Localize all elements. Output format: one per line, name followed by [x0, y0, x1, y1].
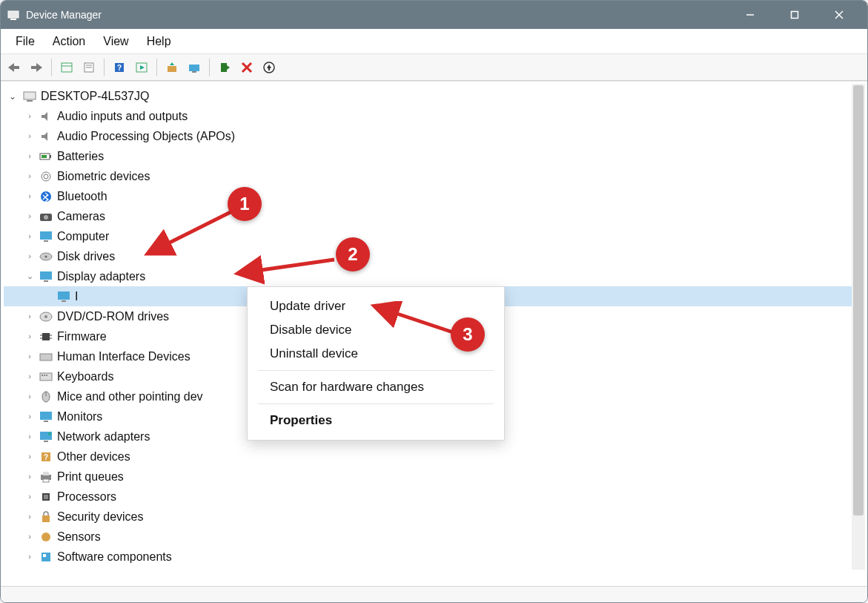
chevron-right-icon[interactable]: ›: [21, 392, 38, 401]
chevron-right-icon[interactable]: ›: [21, 232, 38, 240]
battery-icon: [38, 150, 54, 163]
tree-item[interactable]: ›Biometric devices: [4, 166, 864, 186]
chevron-right-icon[interactable]: ›: [21, 452, 38, 461]
tree-item[interactable]: ›Bluetooth: [4, 186, 864, 206]
window-title: Device Manager: [26, 9, 102, 21]
chevron-down-icon[interactable]: ⌄: [4, 92, 21, 101]
svg-rect-59: [42, 375, 43, 376]
chevron-right-icon[interactable]: ›: [21, 492, 38, 501]
tree-item[interactable]: ›?Other devices: [4, 447, 864, 467]
status-bar: [1, 586, 867, 602]
svg-point-37: [42, 172, 50, 181]
svg-rect-72: [43, 472, 49, 475]
menu-file[interactable]: File: [7, 32, 44, 51]
chevron-right-icon[interactable]: ›: [21, 312, 38, 320]
software-icon: [38, 550, 54, 564]
svg-rect-67: [44, 441, 48, 442]
show-hidden-button[interactable]: [56, 57, 77, 78]
maximize-button[interactable]: [772, 1, 817, 29]
svg-text:?: ?: [44, 453, 48, 461]
enable-device-button[interactable]: [214, 57, 235, 78]
uninstall-device-button[interactable]: [259, 57, 279, 78]
hid-icon: [38, 350, 54, 363]
tree-item[interactable]: ›Security devices: [4, 507, 864, 527]
chevron-right-icon[interactable]: ›: [21, 212, 38, 220]
keyboard-icon: [38, 370, 54, 383]
tree-item[interactable]: ›Software components: [4, 547, 864, 567]
printer-icon: [38, 470, 54, 484]
cdrom-icon: [38, 310, 54, 323]
svg-rect-31: [27, 100, 33, 102]
tree-item[interactable]: ›Cameras: [4, 206, 864, 226]
mouse-icon: [38, 390, 54, 403]
chevron-right-icon[interactable]: ›: [21, 472, 38, 481]
annotation-badge-3: 3: [451, 317, 485, 352]
vertical-scrollbar[interactable]: [852, 84, 865, 570]
svg-rect-22: [192, 71, 196, 73]
computer-icon: [21, 90, 38, 103]
close-button[interactable]: [817, 1, 861, 29]
svg-rect-9: [31, 66, 37, 69]
svg-marker-33: [42, 132, 47, 141]
sensor-icon: [38, 530, 54, 544]
chevron-right-icon[interactable]: ›: [21, 533, 38, 541]
svg-rect-60: [44, 375, 45, 376]
forward-button[interactable]: [26, 57, 47, 78]
menu-view[interactable]: View: [94, 32, 137, 51]
help-button[interactable]: ?: [109, 57, 130, 78]
chevron-right-icon[interactable]: ›: [21, 412, 38, 421]
tree-item[interactable]: ›Audio Processing Objects (APOs): [4, 126, 864, 146]
chevron-right-icon[interactable]: ›: [21, 553, 38, 561]
context-menu: Update driver Disable device Uninstall d…: [247, 286, 505, 441]
disable-device-button[interactable]: [236, 57, 257, 78]
chevron-right-icon[interactable]: ›: [21, 152, 38, 160]
disk-icon: [38, 250, 54, 263]
camera-icon: [38, 210, 54, 223]
context-menu-separator: [258, 370, 494, 371]
menubar: File Action View Help: [1, 29, 867, 54]
tree-item[interactable]: ›Computer: [4, 226, 864, 246]
back-button[interactable]: [4, 57, 24, 78]
tree-item[interactable]: ›Disk drives: [4, 246, 864, 266]
svg-rect-1: [10, 19, 16, 20]
chevron-right-icon[interactable]: ›: [21, 352, 38, 360]
tree-item[interactable]: ›Audio inputs and outputs: [4, 106, 864, 126]
update-driver-button[interactable]: [162, 57, 182, 78]
chevron-right-icon[interactable]: ›: [21, 513, 38, 521]
svg-marker-24: [227, 65, 230, 70]
scan-hardware-button[interactable]: [184, 57, 205, 78]
tree-item-display-adapters[interactable]: ⌄Display adapters: [4, 266, 864, 286]
fingerprint-icon: [38, 170, 54, 183]
menu-action[interactable]: Action: [44, 32, 94, 51]
chevron-right-icon[interactable]: ›: [21, 332, 38, 340]
chevron-right-icon[interactable]: ›: [21, 372, 38, 380]
svg-rect-10: [62, 63, 72, 72]
properties-button[interactable]: [79, 57, 99, 78]
menu-help[interactable]: Help: [138, 32, 180, 51]
chevron-right-icon[interactable]: ›: [21, 112, 38, 120]
svg-point-51: [44, 315, 47, 318]
action-button[interactable]: [131, 57, 152, 78]
chevron-right-icon[interactable]: ›: [21, 172, 38, 180]
svg-point-68: [48, 432, 51, 435]
scrollbar-thumb[interactable]: [853, 85, 864, 515]
tree-item[interactable]: ›Sensors: [4, 527, 864, 547]
context-menu-properties[interactable]: Properties: [248, 409, 504, 432]
chevron-down-icon[interactable]: ⌄: [21, 272, 38, 280]
chevron-right-icon[interactable]: ›: [21, 192, 38, 200]
tree-item[interactable]: ›Batteries: [4, 146, 864, 166]
svg-marker-32: [42, 112, 47, 121]
chevron-right-icon[interactable]: ›: [21, 432, 38, 441]
tree-root[interactable]: ⌄ DESKTOP-4L537JQ: [4, 86, 864, 106]
minimize-button[interactable]: [728, 1, 772, 29]
svg-rect-30: [24, 92, 36, 99]
context-menu-scan-hardware[interactable]: Scan for hardware changes: [248, 375, 504, 399]
context-menu-update-driver[interactable]: Update driver: [248, 294, 504, 318]
display-icon: [56, 290, 72, 303]
chevron-right-icon[interactable]: ›: [21, 132, 38, 140]
other-icon: ?: [38, 450, 54, 464]
tree-item[interactable]: ›Print queues: [4, 467, 864, 487]
tree-item[interactable]: ›Processors: [4, 487, 864, 507]
chevron-right-icon[interactable]: ›: [21, 252, 38, 260]
svg-rect-42: [40, 231, 52, 240]
